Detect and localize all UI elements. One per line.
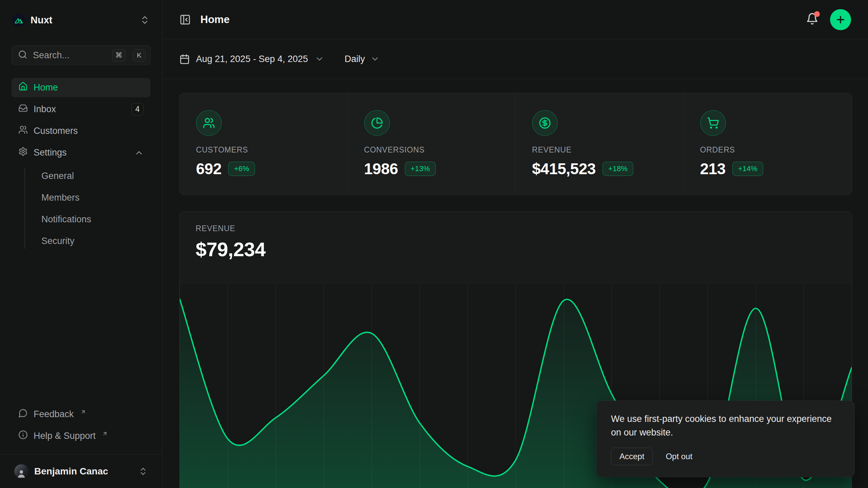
chevron-down-icon <box>370 54 380 64</box>
chevrons-up-down-icon <box>140 15 150 25</box>
sidebar: Nuxt ⌘ K Home Inbo <box>0 0 162 488</box>
chat-bubble-icon <box>18 408 28 420</box>
stat-value: 213 <box>700 160 726 178</box>
sidebar-item-label: Customers <box>34 126 144 136</box>
cookie-optout-button[interactable]: Opt out <box>657 448 701 465</box>
page-title: Home <box>200 14 806 26</box>
cookie-banner: We use first-party cookies to enhance yo… <box>596 401 855 477</box>
workspace-selector[interactable]: Nuxt <box>12 12 151 28</box>
stat-value: 1986 <box>364 160 398 178</box>
sidebar-item-label: Settings <box>34 147 129 158</box>
dollar-circle-icon <box>532 110 558 136</box>
stat-delta-badge: +14% <box>732 162 763 176</box>
user-name: Benjamin Canac <box>34 466 133 477</box>
period-selector[interactable]: Daily <box>344 54 380 64</box>
cookie-actions: Accept Opt out <box>611 448 840 465</box>
stat-conversions[interactable]: CONVERSIONS 1986 +13% <box>348 93 516 195</box>
sidebar-nav: Home Inbox 4 Customers Settings Ge <box>12 78 151 251</box>
feedback-link[interactable]: Feedback <box>12 404 151 424</box>
notification-dot <box>814 11 820 17</box>
help-support-link[interactable]: Help & Support <box>12 426 151 446</box>
feedback-label: Feedback <box>34 409 74 420</box>
sidebar-footer-links: Feedback Help & Support <box>0 404 162 454</box>
kbd-k: K <box>133 49 145 62</box>
sidebar-item-label: Home <box>34 82 144 93</box>
external-link-icon <box>80 407 86 417</box>
sidebar-item-inbox[interactable]: Inbox 4 <box>12 100 151 119</box>
search-icon <box>18 50 27 61</box>
header-actions <box>806 9 851 30</box>
sidebar-item-home[interactable]: Home <box>12 78 151 97</box>
revenue-value: $79,234 <box>196 238 836 261</box>
sidebar-item-security[interactable]: Security <box>36 231 151 251</box>
info-circle-icon <box>18 430 28 442</box>
stat-label: ORDERS <box>700 145 836 155</box>
date-range-value: Aug 21, 2025 - Sep 4, 2025 <box>196 54 308 64</box>
stat-label: CUSTOMERS <box>196 145 331 155</box>
user-section: Benjamin Canac <box>0 454 162 488</box>
chevron-up-icon <box>134 148 144 158</box>
stat-value: $415,523 <box>532 160 596 178</box>
workspace-name: Nuxt <box>31 15 134 26</box>
sidebar-item-customers[interactable]: Customers <box>12 121 151 141</box>
stat-label: CONVERSIONS <box>364 145 499 155</box>
plus-icon <box>835 14 846 25</box>
sidebar-item-settings[interactable]: Settings <box>12 143 151 162</box>
app-root: Nuxt ⌘ K Home Inbo <box>0 0 868 488</box>
calendar-icon <box>179 54 190 64</box>
stat-delta-badge: +18% <box>603 162 633 176</box>
home-icon <box>18 82 28 94</box>
stats-card-row: CUSTOMERS 692 +6% CONVERSIONS 1986 +13% <box>179 93 852 195</box>
chevrons-up-down-icon <box>138 467 148 476</box>
stat-value: 692 <box>196 160 221 178</box>
sidebar-top: Nuxt ⌘ K Home Inbo <box>0 0 162 251</box>
date-range-picker[interactable]: Aug 21, 2025 - Sep 4, 2025 <box>179 54 324 64</box>
stat-revenue[interactable]: REVENUE $415,523 +18% <box>516 93 684 195</box>
revenue-label: REVENUE <box>196 224 836 233</box>
stat-customers[interactable]: CUSTOMERS 692 +6% <box>180 93 348 195</box>
inbox-icon <box>18 103 28 115</box>
stat-orders[interactable]: ORDERS 213 +14% <box>684 93 852 195</box>
inbox-count-badge: 4 <box>131 103 144 116</box>
nuxt-logo-icon <box>12 14 25 26</box>
sidebar-spacer <box>0 251 162 404</box>
kbd-cmd: ⌘ <box>112 49 125 62</box>
revenue-panel-header: REVENUE $79,234 <box>180 212 852 283</box>
search-input[interactable] <box>33 50 107 61</box>
users-icon <box>196 110 222 136</box>
sidebar-collapse-icon[interactable] <box>179 14 191 25</box>
pie-chart-icon <box>364 110 390 136</box>
chevron-down-icon <box>315 54 324 64</box>
external-link-icon <box>102 428 108 439</box>
search-box[interactable]: ⌘ K <box>12 45 151 65</box>
stat-delta-badge: +6% <box>228 162 255 176</box>
sidebar-item-general[interactable]: General <box>36 166 151 186</box>
period-value: Daily <box>344 54 365 64</box>
settings-subnav: General Members Notifications Security <box>12 166 151 251</box>
avatar <box>14 464 28 479</box>
cookie-accept-button[interactable]: Accept <box>611 448 653 465</box>
cookie-message: We use first-party cookies to enhance yo… <box>611 412 840 440</box>
stat-delta-badge: +13% <box>405 162 436 176</box>
user-menu[interactable]: Benjamin Canac <box>12 462 151 481</box>
page-header: Home <box>162 0 868 39</box>
gear-icon <box>18 147 28 159</box>
sidebar-item-label: Inbox <box>34 104 125 115</box>
notifications-button[interactable] <box>806 13 818 26</box>
sidebar-item-notifications[interactable]: Notifications <box>36 209 151 229</box>
filters-toolbar: Aug 21, 2025 - Sep 4, 2025 Daily <box>162 39 868 79</box>
sidebar-item-members[interactable]: Members <box>36 188 151 207</box>
cart-icon <box>700 110 726 136</box>
add-button[interactable] <box>830 9 851 30</box>
help-support-label: Help & Support <box>34 431 96 441</box>
users-icon <box>18 125 28 137</box>
stat-label: REVENUE <box>532 145 667 155</box>
